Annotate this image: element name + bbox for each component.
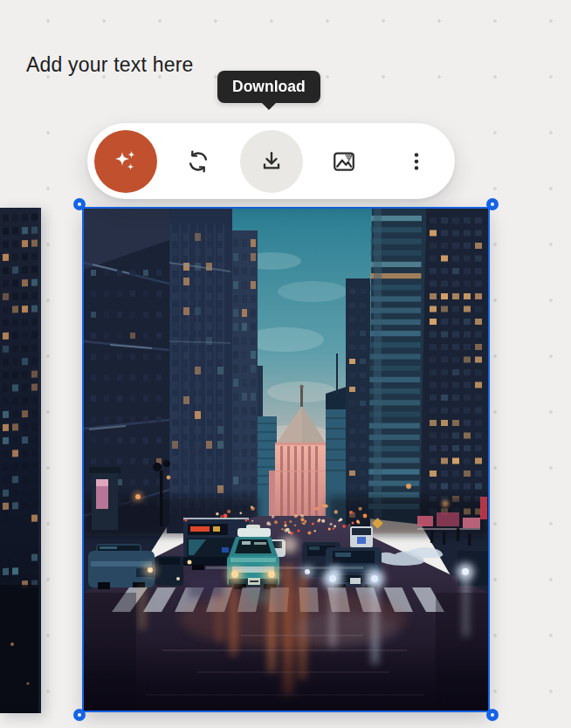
floating-toolbar xyxy=(87,123,455,199)
more-options-button[interactable] xyxy=(385,130,448,193)
download-tooltip: Download xyxy=(217,71,320,103)
media-button[interactable] xyxy=(313,130,375,193)
partial-image-left[interactable] xyxy=(0,208,41,713)
selected-image[interactable] xyxy=(82,207,490,712)
download-icon xyxy=(258,148,285,175)
download-button[interactable] xyxy=(240,130,303,193)
city-photo[interactable] xyxy=(84,209,488,711)
image-icon xyxy=(331,148,357,175)
canvas-area[interactable]: Add your text here Download xyxy=(0,0,571,728)
regenerate-button[interactable] xyxy=(167,130,230,193)
sparkle-icon xyxy=(109,145,142,178)
selection-handle-bottom-right[interactable] xyxy=(486,709,499,721)
selection-handle-top-right[interactable] xyxy=(486,198,499,210)
ai-edit-button[interactable] xyxy=(94,130,157,193)
canvas-text-element[interactable]: Add your text here xyxy=(26,53,194,77)
selection-handle-top-left[interactable] xyxy=(73,198,86,210)
refresh-icon xyxy=(185,148,211,175)
kebab-menu-icon xyxy=(405,150,428,173)
download-tooltip-label: Download xyxy=(232,78,306,95)
selection-handle-bottom-left[interactable] xyxy=(73,709,86,721)
